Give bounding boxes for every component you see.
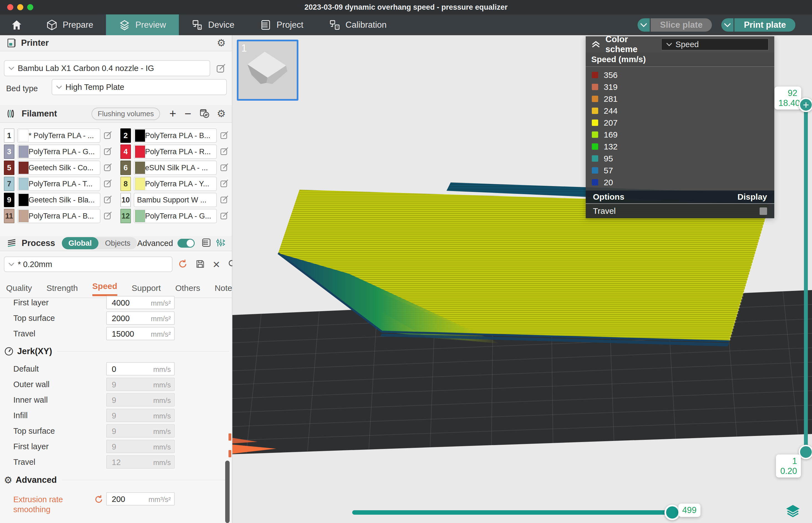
layer-slider-bottom-tooltip: 1 0.20 [776, 454, 801, 477]
filament-item-5[interactable]: 5 Geetech Silk - Co... [4, 161, 113, 175]
jerk-first-layer-input[interactable]: 9mm/s [106, 440, 175, 453]
minimize-window-button[interactable] [17, 4, 23, 10]
edit-printer-preset-button[interactable] [216, 63, 226, 75]
filament-item-11[interactable]: 11 PolyTerra PLA - B... [4, 209, 113, 223]
filament-2-badge[interactable]: 2 [120, 128, 131, 143]
tab-others[interactable]: Others [175, 284, 200, 296]
ams-sync-icon[interactable] [199, 108, 210, 120]
filament-12-badge[interactable]: 12 [120, 209, 131, 223]
legend-item: 356 [586, 69, 774, 81]
maximize-window-button[interactable] [27, 4, 33, 10]
reset-preset-icon[interactable] [178, 259, 188, 270]
collapse-panel-icon[interactable] [591, 40, 600, 49]
filament-5-badge[interactable]: 5 [4, 161, 14, 175]
filament-settings-gear-icon[interactable]: ⚙ [217, 109, 226, 119]
edit-filament-3-button[interactable] [103, 146, 113, 157]
printer-preset-select[interactable]: Bambu Lab X1 Carbon 0.4 nozzle - IG [4, 60, 210, 76]
parameter-list-icon[interactable] [201, 238, 211, 249]
printer-settings-gear-icon[interactable]: ⚙ [217, 38, 226, 48]
process-preset-select[interactable]: * 0.20mm [4, 256, 173, 272]
tab-support[interactable]: Support [132, 284, 161, 296]
scope-objects-button[interactable]: Objects [98, 237, 137, 249]
advanced-toggle-label: Advanced [137, 239, 173, 248]
filament-item-10[interactable]: 10 Bambu Support W ... [120, 193, 229, 207]
extrusion-rate-smoothing-input[interactable]: 200mm³/s² [106, 492, 175, 506]
filament-11-badge[interactable]: 11 [4, 209, 14, 223]
edit-filament-4-button[interactable] [220, 146, 229, 157]
accel-travel-input[interactable]: 15000mm/s² [106, 327, 175, 340]
edit-filament-12-button[interactable] [220, 211, 229, 221]
edit-filament-10-button[interactable] [220, 195, 229, 205]
filament-item-4[interactable]: 4 PolyTerra PLA - R... [120, 144, 229, 159]
filament-9-badge[interactable]: 9 [4, 193, 14, 207]
accel-first-layer-input[interactable]: 4000mm/s² [106, 296, 175, 309]
plate-thumbnail-1[interactable]: 1 [237, 40, 299, 101]
tab-device[interactable]: Device [179, 14, 247, 35]
save-preset-icon[interactable] [195, 259, 205, 270]
jerk-top-surface-input[interactable]: 9mm/s [106, 424, 175, 438]
tab-calibration[interactable]: Calibration [316, 14, 399, 35]
filament-item-8[interactable]: 8 PolyTerra PLA - Y... [120, 177, 229, 191]
sidebar-scrollbar[interactable] [225, 461, 230, 523]
preview-3d-viewport[interactable]: 1 Color scheme Speed Speed (mm/s) 356 31… [232, 35, 812, 523]
reset-value-icon[interactable] [94, 494, 104, 506]
move-slider-track[interactable] [352, 510, 673, 515]
edit-filament-2-button[interactable] [220, 130, 229, 141]
slice-plate-button[interactable]: Slice plate [651, 18, 712, 32]
param-row-jerk-travel: Travel 12mm/s [0, 455, 232, 469]
filament-item-3[interactable]: 3 PolyTerra PLA - G... [4, 144, 113, 159]
color-scheme-select[interactable]: Speed [661, 38, 769, 51]
tab-project[interactable]: Project [247, 14, 316, 35]
travel-display-checkbox[interactable] [760, 208, 767, 215]
edit-filament-6-button[interactable] [220, 162, 229, 173]
print-plate-button[interactable]: Print plate [734, 18, 795, 32]
accel-top-surface-input[interactable]: 2000mm/s² [106, 311, 175, 325]
filament-6-badge[interactable]: 6 [120, 161, 131, 175]
filament-item-12[interactable]: 12 PolyTerra PLA - G... [120, 209, 229, 223]
slice-plate-dropdown[interactable] [637, 18, 650, 32]
filament-8-badge[interactable]: 8 [120, 177, 131, 191]
advanced-mode-toggle[interactable] [178, 239, 195, 248]
tab-preview[interactable]: Preview [106, 14, 179, 35]
print-plate-dropdown[interactable] [721, 18, 734, 32]
window-controls[interactable] [7, 4, 33, 10]
layers-view-icon[interactable] [786, 504, 800, 519]
parameter-tune-icon[interactable] [216, 238, 226, 249]
edit-filament-8-button[interactable] [220, 179, 229, 189]
jerk-infill-input[interactable]: 9mm/s [106, 409, 175, 422]
filament-7-badge[interactable]: 7 [4, 177, 14, 191]
filament-item-2[interactable]: 2 PolyTerra PLA - B... [120, 128, 229, 143]
jerk-inner-wall-input[interactable]: 9mm/s [106, 393, 175, 407]
filament-3-badge[interactable]: 3 [4, 144, 14, 159]
close-window-button[interactable] [7, 4, 13, 10]
edit-filament-1-button[interactable] [103, 130, 113, 141]
tab-strength[interactable]: Strength [46, 284, 78, 296]
filament-10-badge[interactable]: 10 [120, 193, 131, 207]
layer-range-slider[interactable] [804, 105, 808, 452]
filament-item-6[interactable]: 6 eSUN Silk PLA - ... [120, 161, 229, 175]
filament-item-1[interactable]: 1 * PolyTerra PLA - ... [4, 128, 113, 143]
tab-speed[interactable]: Speed [92, 282, 117, 296]
filament-4-badge[interactable]: 4 [120, 144, 131, 159]
bed-type-select[interactable]: High Temp Plate [52, 79, 227, 95]
move-slider-handle[interactable] [665, 505, 680, 520]
add-filament-button[interactable]: + [169, 109, 176, 119]
jerk-default-input[interactable]: 0mm/s [106, 362, 175, 376]
tab-quality[interactable]: Quality [6, 284, 32, 296]
edit-filament-11-button[interactable] [103, 211, 113, 221]
layer-slider-top-handle[interactable]: + [799, 97, 812, 112]
edit-filament-9-button[interactable] [103, 195, 113, 205]
filament-1-badge[interactable]: 1 [4, 128, 14, 143]
jerk-outer-wall-input[interactable]: 9mm/s [106, 378, 175, 391]
home-button[interactable] [0, 14, 33, 35]
filament-item-9[interactable]: 9 Geetech Silk - Bla... [4, 193, 113, 207]
edit-filament-7-button[interactable] [103, 179, 113, 189]
tab-prepare[interactable]: Prepare [33, 14, 106, 35]
remove-filament-button[interactable]: − [184, 109, 191, 119]
filament-item-7[interactable]: 7 PolyTerra PLA - T... [4, 177, 113, 191]
jerk-travel-input[interactable]: 12mm/s [106, 455, 175, 469]
edit-filament-5-button[interactable] [103, 162, 113, 173]
flushing-volumes-button[interactable]: Flushing volumes [91, 108, 160, 120]
scope-global-button[interactable]: Global [62, 237, 98, 249]
close-search-icon[interactable]: ✕ [213, 259, 220, 270]
